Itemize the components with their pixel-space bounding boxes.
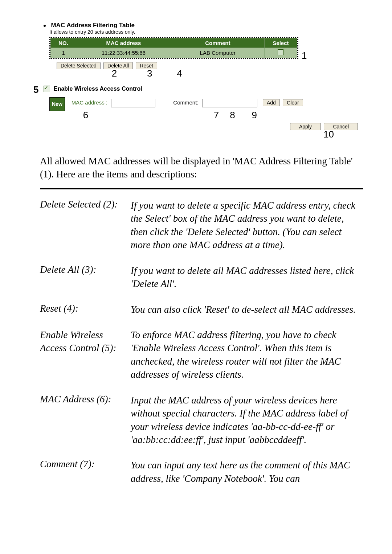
term-line-1: Enable Wireless <box>40 329 103 340</box>
callout-7: 7 <box>124 110 219 121</box>
definitions-list: Delete Selected (2): If you want to dele… <box>40 199 363 485</box>
col-no: NO. <box>51 38 76 48</box>
desc: Input the MAC address of your wireless d… <box>131 394 363 447</box>
cell-no: 1 <box>51 48 76 58</box>
desc: To enforce MAC address filtering, you ha… <box>131 328 363 381</box>
col-comment: Comment <box>171 38 264 48</box>
mac-table: NO. MAC address Comment Select 1 11:22:3… <box>50 38 297 58</box>
mac-address-input[interactable] <box>111 99 155 107</box>
definition-delete-all: Delete All (3): If you want to delete al… <box>40 264 363 291</box>
enable-wireless-label: Enable Wireless Access Control <box>54 86 142 92</box>
mac-filtering-figure: MAC Address Filtering Table It allows to… <box>44 22 363 140</box>
select-checkbox[interactable] <box>278 49 283 55</box>
mac-address-label: MAC address : <box>72 99 107 106</box>
divider <box>40 188 363 189</box>
desc: If you want to delete a specific MAC add… <box>131 199 363 252</box>
intro-paragraph: All allowed MAC addresses will be displa… <box>40 155 363 181</box>
clear-button[interactable]: Clear <box>283 99 303 106</box>
callout-4: 4 <box>168 68 190 79</box>
reset-button[interactable]: Reset <box>136 62 157 69</box>
desc: If you want to delete all MAC addresses … <box>131 264 363 291</box>
callout-6: 6 <box>49 110 122 121</box>
apply-button[interactable]: Apply <box>290 123 321 130</box>
callout-1: 1 <box>302 50 307 61</box>
definition-enable-wireless: Enable Wireless Access Control (5): To e… <box>40 328 363 381</box>
table-header-row: NO. MAC address Comment Select <box>51 38 297 48</box>
callout-10: 10 <box>323 129 334 140</box>
term: Delete Selected (2): <box>40 199 131 252</box>
table-row: 1 11:22:33:44:55:66 LAB Computer <box>51 48 297 58</box>
enable-wireless-checkbox[interactable] <box>44 86 50 92</box>
comment-input[interactable] <box>202 99 257 107</box>
mac-table-frame: NO. MAC address Comment Select 1 11:22:3… <box>49 37 298 59</box>
cell-mac: 11:22:33:44:55:66 <box>76 48 171 58</box>
desc: You can also click 'Reset' to de-select … <box>131 303 363 316</box>
term: Reset (4): <box>40 303 131 316</box>
callout-5: 5 <box>33 84 38 95</box>
definition-delete-selected: Delete Selected (2): If you want to dele… <box>40 199 363 252</box>
term: Comment (7): <box>40 459 131 485</box>
callout-9: 9 <box>246 110 263 121</box>
comment-label: Comment: <box>173 99 198 106</box>
term: Enable Wireless Access Control (5): <box>40 328 131 381</box>
callout-3: 3 <box>133 68 166 79</box>
callout-8: 8 <box>221 110 243 121</box>
callout-2: 2 <box>98 68 131 79</box>
delete-all-button[interactable]: Delete All <box>103 62 133 69</box>
cell-comment: LAB Computer <box>171 48 264 58</box>
term: MAC Address (6): <box>40 394 131 447</box>
definition-comment: Comment (7): You can input any text here… <box>40 459 363 485</box>
cell-select[interactable] <box>264 48 297 58</box>
figure-subtitle: It allows to entry 20 sets address only. <box>49 29 363 35</box>
bullet-icon <box>44 25 46 27</box>
new-tag: New <box>49 97 65 111</box>
desc: You can input any text here as the comme… <box>131 459 363 485</box>
term-line-2: Access Control (5): <box>40 342 116 353</box>
definition-reset: Reset (4): You can also click 'Reset' to… <box>40 303 363 316</box>
term: Delete All (3): <box>40 264 131 291</box>
definition-mac-address: MAC Address (6): Input the MAC address o… <box>40 394 363 447</box>
delete-selected-button[interactable]: Delete Selected <box>57 62 101 69</box>
add-button[interactable]: Add <box>263 99 280 106</box>
col-select: Select <box>264 38 297 48</box>
figure-title: MAC Address Filtering Table <box>51 22 134 29</box>
col-mac: MAC address <box>76 38 171 48</box>
